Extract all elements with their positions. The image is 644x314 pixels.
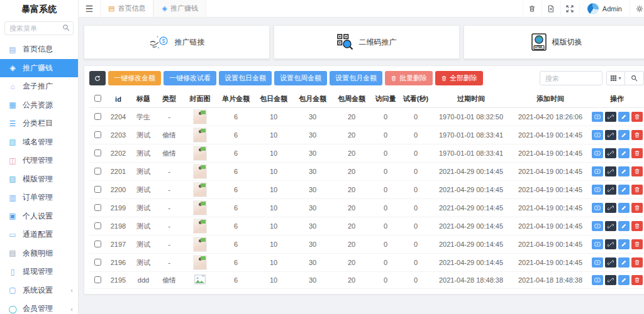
link-button[interactable] bbox=[605, 203, 616, 213]
delete-button[interactable] bbox=[631, 130, 643, 140]
delete-button[interactable] bbox=[631, 166, 643, 176]
fullscreen-button[interactable] bbox=[560, 0, 579, 18]
video-button[interactable] bbox=[592, 221, 603, 231]
edit-button[interactable] bbox=[618, 130, 630, 140]
edit-button[interactable] bbox=[618, 257, 630, 268]
cover-thumbnail[interactable] bbox=[193, 164, 207, 179]
video-button[interactable] bbox=[592, 112, 603, 122]
cover-thumbnail[interactable] bbox=[193, 127, 207, 143]
row-checkbox[interactable] bbox=[94, 149, 101, 156]
delete-button[interactable] bbox=[631, 148, 643, 158]
cover-thumbnail[interactable] bbox=[193, 219, 207, 234]
video-button[interactable] bbox=[592, 166, 603, 176]
video-button[interactable] bbox=[592, 130, 603, 140]
edit-button[interactable] bbox=[618, 275, 630, 285]
edit-button[interactable] bbox=[618, 166, 630, 176]
qrcode-promo-card[interactable]: 二维码推广 bbox=[274, 25, 460, 59]
clear-trash-button[interactable] bbox=[523, 0, 541, 18]
settings-button[interactable] bbox=[630, 0, 644, 18]
link-button[interactable] bbox=[605, 130, 616, 140]
select-all-checkbox[interactable] bbox=[94, 95, 101, 102]
clear-cache-button[interactable] bbox=[541, 0, 560, 18]
table-search-input[interactable] bbox=[540, 71, 602, 85]
row-checkbox[interactable] bbox=[94, 168, 101, 175]
modify-amount-button[interactable]: 一键修改金额 bbox=[108, 71, 161, 85]
sidebar-item-profile[interactable]: ▣个人设置 bbox=[0, 207, 78, 226]
link-button[interactable] bbox=[605, 148, 616, 158]
video-button[interactable] bbox=[592, 257, 603, 268]
cover-thumbnail[interactable] bbox=[193, 255, 207, 270]
row-checkbox[interactable] bbox=[94, 276, 101, 283]
row-checkbox[interactable] bbox=[94, 259, 101, 266]
video-button[interactable] bbox=[592, 203, 603, 213]
promo-link-card[interactable]: 推广链接 bbox=[84, 25, 270, 59]
row-checkbox[interactable] bbox=[94, 113, 101, 120]
refresh-button[interactable] bbox=[89, 71, 106, 85]
cover-thumbnail[interactable] bbox=[193, 237, 207, 252]
cover-thumbnail[interactable] bbox=[193, 182, 207, 197]
link-button[interactable] bbox=[605, 275, 616, 285]
row-checkbox[interactable] bbox=[94, 222, 101, 229]
video-button[interactable] bbox=[592, 275, 603, 285]
delete-button[interactable] bbox=[631, 275, 643, 285]
link-button[interactable] bbox=[605, 112, 616, 122]
sidebar-item-channel[interactable]: ▭通道配置 bbox=[0, 225, 78, 244]
sidebar-item-category[interactable]: ☰分类栏目 bbox=[0, 114, 78, 133]
row-checkbox[interactable] bbox=[94, 131, 101, 138]
edit-button[interactable] bbox=[618, 221, 630, 231]
set-daily-amount-button[interactable]: 设置包日金额 bbox=[219, 71, 272, 85]
edit-button[interactable] bbox=[618, 239, 630, 249]
sidebar-item-domain[interactable]: ▧域名管理 bbox=[0, 133, 78, 152]
hamburger-menu-icon[interactable]: ☰ bbox=[79, 0, 100, 17]
cover-thumbnail[interactable] bbox=[193, 200, 207, 215]
tab-promo-earn[interactable]: ◈ 推广赚钱 bbox=[153, 0, 206, 17]
video-button[interactable] bbox=[592, 148, 603, 158]
delete-button[interactable] bbox=[631, 239, 643, 249]
sidebar-item-home-info[interactable]: ▤首页信息 bbox=[0, 40, 78, 59]
link-button[interactable] bbox=[605, 257, 616, 268]
sidebar-item-member[interactable]: ◯会员管理‹ bbox=[0, 300, 78, 314]
user-menu[interactable]: Admin bbox=[579, 3, 630, 14]
tab-home-info[interactable]: ▤ 首页信息 bbox=[100, 0, 153, 17]
batch-delete-button[interactable]: 批量删除 bbox=[385, 71, 433, 85]
sidebar-item-balance[interactable]: ▤余额明细 bbox=[0, 244, 78, 263]
template-switch-card[interactable]: 模版切换 bbox=[464, 25, 644, 59]
edit-button[interactable] bbox=[618, 203, 630, 213]
sidebar-item-promo-earn[interactable]: ◈推广赚钱 bbox=[0, 59, 78, 78]
cover-thumbnail[interactable] bbox=[193, 146, 207, 161]
sidebar-item-agent[interactable]: ◫代理管理 bbox=[0, 151, 78, 170]
delete-button[interactable] bbox=[631, 112, 643, 122]
row-checkbox[interactable] bbox=[94, 241, 101, 247]
link-button[interactable] bbox=[605, 166, 616, 176]
edit-button[interactable] bbox=[618, 112, 630, 122]
edit-button[interactable] bbox=[618, 185, 630, 195]
delete-button[interactable] bbox=[631, 185, 643, 195]
delete-button[interactable] bbox=[631, 203, 643, 213]
delete-button[interactable] bbox=[631, 221, 643, 231]
set-weekly-amount-button[interactable]: 设置包周金额 bbox=[274, 71, 327, 85]
set-monthly-amount-button[interactable]: 设置包月金额 bbox=[330, 71, 382, 85]
sidebar-item-withdraw[interactable]: ▯提现管理 bbox=[0, 263, 78, 281]
sidebar-item-template[interactable]: ▨模版管理 bbox=[0, 170, 78, 189]
link-button[interactable] bbox=[605, 185, 616, 195]
edit-button[interactable] bbox=[618, 148, 630, 158]
video-button[interactable] bbox=[592, 239, 603, 249]
col-visits: 访问量 bbox=[371, 90, 400, 108]
sidebar-item-order[interactable]: ▥订单管理 bbox=[0, 188, 78, 207]
link-button[interactable] bbox=[605, 221, 616, 231]
link-button[interactable] bbox=[605, 239, 616, 249]
search-button[interactable] bbox=[625, 71, 644, 85]
columns-toggle-button[interactable]: ▾ bbox=[606, 71, 625, 85]
col-title: 标题 bbox=[131, 90, 156, 108]
row-checkbox[interactable] bbox=[94, 186, 101, 193]
sidebar-item-public-res[interactable]: ▦公共资源 bbox=[0, 96, 78, 115]
row-daily-amount: 10 bbox=[254, 272, 293, 289]
video-button[interactable] bbox=[592, 185, 603, 195]
row-checkbox[interactable] bbox=[94, 204, 101, 211]
modify-trial-button[interactable]: 一键修改试看 bbox=[164, 71, 216, 85]
cover-thumbnail[interactable] bbox=[193, 109, 207, 124]
delete-all-button[interactable]: 全部删除 bbox=[435, 71, 483, 85]
delete-button[interactable] bbox=[631, 257, 643, 268]
sidebar-item-box-promo[interactable]: ⌂盒子推广 bbox=[0, 77, 78, 96]
sidebar-item-system[interactable]: ▢系统设置‹ bbox=[0, 281, 78, 300]
